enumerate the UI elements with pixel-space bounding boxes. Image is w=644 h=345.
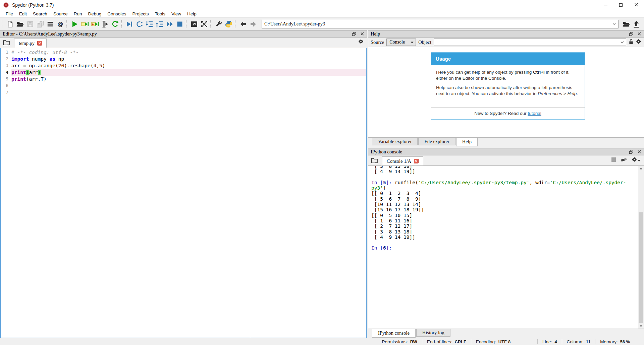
code-editor[interactable]: 1# -*- coding: utf-8 -*-2import numpy as… bbox=[0, 48, 367, 338]
editor-close-button[interactable] bbox=[360, 32, 364, 36]
editor-options-gear-icon[interactable] bbox=[358, 39, 364, 46]
continue-icon[interactable] bbox=[165, 19, 174, 29]
lock-icon[interactable] bbox=[629, 39, 634, 46]
help-source-row: Source Console Object bbox=[368, 38, 644, 47]
code-line: 3arr = np.arange(20).reshape(4,5) bbox=[1, 62, 366, 69]
close-icon bbox=[634, 2, 638, 8]
status-value: CRLF bbox=[455, 339, 466, 344]
scroll-up-icon[interactable] bbox=[638, 166, 644, 171]
pythonpath-icon[interactable] bbox=[224, 19, 233, 29]
toolbar-separator bbox=[186, 20, 188, 28]
working-directory-combobox[interactable]: C:\Users\AndyLee\.spyder-py3 bbox=[262, 20, 619, 28]
fullscreen-icon[interactable] bbox=[200, 19, 209, 29]
console-text: [ 3 8 13 18] [ 4 9 14 19]]In [5]: runfil… bbox=[368, 166, 638, 329]
line-number: 3 bbox=[1, 62, 11, 69]
save-icon[interactable] bbox=[25, 19, 35, 29]
menu-source[interactable]: Source bbox=[50, 11, 71, 17]
rerun-icon[interactable] bbox=[110, 19, 120, 29]
object-combobox[interactable] bbox=[434, 39, 626, 46]
titlebar: Spyder (Python 3.7) bbox=[0, 0, 644, 10]
tab-file-explorer[interactable]: File explorer bbox=[418, 138, 455, 145]
preferences-icon[interactable] bbox=[214, 19, 223, 29]
tab-temp-py[interactable]: temp.py bbox=[14, 39, 47, 48]
help-pane: Help Source Console Object Usage Her bbox=[368, 30, 644, 147]
console-float-button[interactable] bbox=[629, 150, 633, 154]
console-line: [ 5 6 7 8 9] bbox=[371, 196, 638, 202]
help-options-gear-icon[interactable] bbox=[636, 39, 641, 46]
maximize-button[interactable] bbox=[613, 0, 629, 10]
menu-projects[interactable]: Projects bbox=[129, 11, 152, 17]
scroll-down-icon[interactable] bbox=[638, 324, 644, 329]
usage-footer: New to Spyder? Read our tutorial bbox=[431, 111, 585, 119]
console-line: [ 1 6 11 16] bbox=[371, 218, 638, 223]
tab-history-log[interactable]: History log bbox=[416, 329, 450, 337]
tab-ipython-console[interactable]: IPython console bbox=[372, 329, 416, 338]
scrollbar-thumb[interactable] bbox=[639, 212, 643, 323]
menu-consoles[interactable]: Consoles bbox=[104, 11, 129, 17]
usage-card: Usage Here you can get help of any objec… bbox=[431, 52, 585, 120]
code-text: print(arr.T) bbox=[11, 76, 47, 82]
editor-float-button[interactable] bbox=[352, 32, 356, 36]
source-combobox[interactable]: Console bbox=[386, 39, 416, 46]
toolbar: @C:\Users\AndyLee\.spyder-py3 bbox=[0, 17, 644, 30]
stop-debug-icon[interactable] bbox=[175, 19, 184, 29]
run-icon[interactable] bbox=[70, 19, 79, 29]
editor-pane: Editor - C:\Users\AndyLee\.spyder-py3\te… bbox=[0, 30, 367, 338]
interrupt-kernel-icon[interactable] bbox=[611, 157, 616, 163]
console-scrollbar[interactable] bbox=[638, 166, 644, 329]
source-value: Console bbox=[389, 40, 405, 45]
console-tabbar: Console 1/A bbox=[368, 155, 644, 165]
maximize-pane-icon[interactable] bbox=[190, 19, 199, 29]
tab-help[interactable]: Help bbox=[456, 138, 478, 146]
status-label: Column: bbox=[567, 339, 584, 344]
minimize-button[interactable] bbox=[598, 0, 613, 10]
run-selection-icon[interactable] bbox=[100, 19, 110, 29]
console-line bbox=[371, 240, 638, 245]
console-close-button[interactable] bbox=[637, 150, 641, 154]
tab-console-1a[interactable]: Console 1/A bbox=[382, 156, 423, 165]
new-file-icon[interactable] bbox=[5, 19, 15, 29]
chevron-down-icon bbox=[621, 40, 624, 45]
tab-close-icon[interactable] bbox=[37, 41, 42, 46]
debug-icon[interactable] bbox=[125, 19, 134, 29]
clear-console-eraser-icon[interactable] bbox=[621, 157, 627, 163]
menu-view[interactable]: View bbox=[168, 11, 184, 17]
close-button[interactable] bbox=[629, 0, 644, 10]
menu-file[interactable]: File bbox=[3, 11, 16, 17]
browse-tabs-icon[interactable] bbox=[1, 38, 11, 47]
parent-directory-icon[interactable] bbox=[632, 19, 641, 29]
open-file-icon[interactable] bbox=[15, 19, 25, 29]
step-into-icon[interactable] bbox=[145, 19, 154, 29]
status-label: Memory: bbox=[600, 339, 618, 344]
status-value: 4 bbox=[554, 339, 557, 344]
menu-help[interactable]: Help bbox=[184, 11, 200, 17]
browse-tabs-icon[interactable] bbox=[369, 156, 379, 165]
editor-pane-header: Editor - C:\Users\AndyLee\.spyder-py3\te… bbox=[0, 30, 367, 38]
console-options-gear-icon[interactable] bbox=[632, 157, 641, 163]
find-symbols-icon[interactable]: @ bbox=[56, 19, 65, 29]
code-text: # -*- coding: utf-8 -*- bbox=[11, 49, 79, 56]
tab-variable-explorer[interactable]: Variable explorer bbox=[372, 138, 418, 145]
console-line: [15 16 17 18 19]] bbox=[371, 207, 638, 212]
usage-divider bbox=[431, 107, 585, 108]
menu-search[interactable]: Search bbox=[30, 11, 50, 17]
save-all-icon[interactable] bbox=[36, 19, 45, 29]
outline-explorer-icon[interactable] bbox=[46, 19, 55, 29]
step-over-icon[interactable] bbox=[135, 19, 144, 29]
run-cell-advance-icon[interactable] bbox=[90, 19, 100, 29]
menu-debug[interactable]: Debug bbox=[85, 11, 104, 17]
menu-edit[interactable]: Edit bbox=[16, 11, 30, 17]
back-icon[interactable] bbox=[238, 19, 248, 29]
gear-icon bbox=[632, 157, 637, 163]
console-body[interactable]: [ 3 8 13 18] [ 4 9 14 19]]In [5]: runfil… bbox=[368, 165, 644, 329]
menu-tools[interactable]: Tools bbox=[152, 11, 168, 17]
help-float-button[interactable] bbox=[629, 32, 633, 36]
menu-run[interactable]: Run bbox=[71, 11, 85, 17]
forward-icon[interactable] bbox=[249, 19, 258, 29]
browse-directory-icon[interactable] bbox=[622, 19, 631, 29]
help-close-button[interactable] bbox=[637, 32, 641, 36]
tab-close-icon[interactable] bbox=[414, 159, 419, 163]
run-cell-icon[interactable] bbox=[80, 19, 90, 29]
step-return-icon[interactable] bbox=[155, 19, 164, 29]
tutorial-link[interactable]: tutorial bbox=[528, 111, 541, 116]
